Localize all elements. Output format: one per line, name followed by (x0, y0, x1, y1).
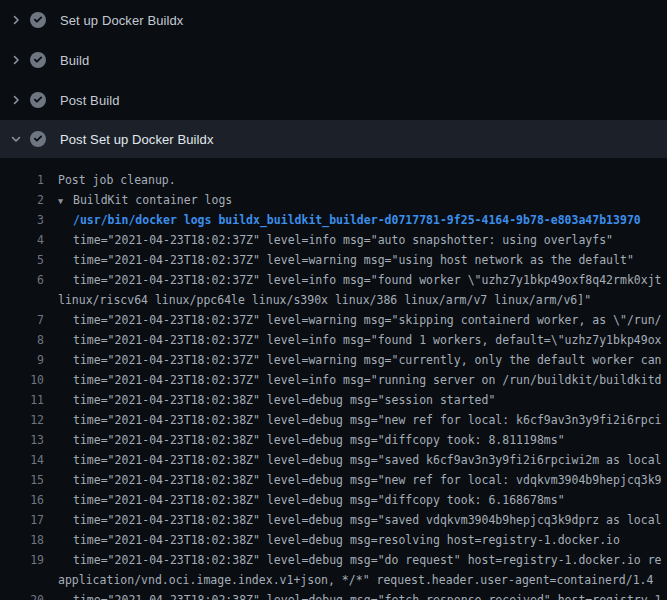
log-line: 1 Post job cleanup. (0, 170, 667, 190)
chevron-down-icon (10, 133, 22, 145)
log-line-number[interactable]: 19 (0, 550, 44, 570)
group-collapse-marker[interactable]: ▼ (58, 191, 73, 211)
log-line-text: time="2021-04-23T18:02:38Z" level=debug … (73, 590, 662, 600)
log-line-number[interactable]: 16 (0, 490, 44, 510)
log-line-number[interactable] (0, 290, 44, 310)
log-line-number[interactable]: 8 (0, 330, 44, 350)
step-title: Set up Docker Buildx (60, 13, 183, 28)
check-circle-icon (30, 92, 46, 108)
log-line: 15 time="2021-04-23T18:02:38Z" level=deb… (0, 470, 667, 490)
log-line: linux/riscv64 linux/ppc64le linux/s390x … (0, 290, 667, 310)
log-line: 14 time="2021-04-23T18:02:38Z" level=deb… (0, 450, 667, 470)
log-line: 11 time="2021-04-23T18:02:38Z" level=deb… (0, 390, 667, 410)
log-line: 16 time="2021-04-23T18:02:38Z" level=deb… (0, 490, 667, 510)
check-circle-icon (30, 131, 46, 147)
log-line-text: time="2021-04-23T18:02:38Z" level=debug … (73, 410, 662, 430)
log-line: 7 time="2021-04-23T18:02:37Z" level=warn… (0, 310, 667, 330)
log-line: 3 /usr/bin/docker logs buildx_buildkit_b… (0, 210, 667, 230)
log-line-number[interactable]: 3 (0, 210, 44, 230)
log-viewer: 1 Post job cleanup. 2 ▼BuildKit containe… (0, 158, 667, 600)
log-line-number[interactable]: 13 (0, 430, 44, 450)
log-line-text: time="2021-04-23T18:02:38Z" level=debug … (73, 450, 662, 470)
log-line-text: time="2021-04-23T18:02:37Z" level=info m… (73, 370, 662, 390)
log-line-number[interactable]: 5 (0, 250, 44, 270)
log-line: 18 time="2021-04-23T18:02:38Z" level=deb… (0, 530, 667, 550)
log-line-text: time="2021-04-23T18:02:38Z" level=debug … (73, 390, 495, 410)
log-line: 12 time="2021-04-23T18:02:38Z" level=deb… (0, 410, 667, 430)
log-line-text: time="2021-04-23T18:02:38Z" level=debug … (73, 430, 565, 450)
log-line-number[interactable]: 6 (0, 270, 44, 290)
log-line: 4 time="2021-04-23T18:02:37Z" level=info… (0, 230, 667, 250)
log-line-text: ▼BuildKit container logs (58, 190, 232, 210)
log-line-number[interactable]: 11 (0, 390, 44, 410)
log-line-number[interactable]: 17 (0, 510, 44, 530)
step-title: Build (60, 53, 89, 68)
step-header-build[interactable]: Build (0, 40, 667, 80)
log-line: 10 time="2021-04-23T18:02:37Z" level=inf… (0, 370, 667, 390)
log-line: 13 time="2021-04-23T18:02:38Z" level=deb… (0, 430, 667, 450)
log-line: 19 time="2021-04-23T18:02:38Z" level=deb… (0, 550, 667, 570)
chevron-right-icon (10, 54, 22, 66)
log-line: 17 time="2021-04-23T18:02:38Z" level=deb… (0, 510, 667, 530)
step-title: Post Build (60, 93, 120, 108)
log-line-text: application/vnd.oci.image.index.v1+json,… (58, 570, 653, 590)
log-line-number[interactable]: 15 (0, 470, 44, 490)
log-line-text: time="2021-04-23T18:02:38Z" level=debug … (73, 490, 565, 510)
log-line: 5 time="2021-04-23T18:02:37Z" level=warn… (0, 250, 667, 270)
log-line: 6 time="2021-04-23T18:02:37Z" level=info… (0, 270, 667, 290)
chevron-right-icon (10, 14, 22, 26)
log-line: 9 time="2021-04-23T18:02:37Z" level=warn… (0, 350, 667, 370)
log-line-text: linux/riscv64 linux/ppc64le linux/s390x … (58, 290, 591, 310)
log-line-text: time="2021-04-23T18:02:37Z" level=warnin… (73, 310, 662, 330)
chevron-right-icon (10, 94, 22, 106)
log-line-text: time="2021-04-23T18:02:37Z" level=warnin… (73, 250, 634, 270)
check-circle-icon (30, 52, 46, 68)
step-title: Post Set up Docker Buildx (60, 132, 214, 147)
log-line-number[interactable]: 10 (0, 370, 44, 390)
log-line-text: time="2021-04-23T18:02:38Z" level=debug … (73, 550, 662, 570)
step-header-set-up-docker-buildx[interactable]: Set up Docker Buildx (0, 0, 667, 40)
log-line-number[interactable]: 14 (0, 450, 44, 470)
log-line-text: time="2021-04-23T18:02:38Z" level=debug … (73, 530, 620, 550)
check-circle-icon (30, 12, 46, 28)
log-line: 2 ▼BuildKit container logs (0, 190, 667, 210)
log-line: 8 time="2021-04-23T18:02:37Z" level=info… (0, 330, 667, 350)
log-line: application/vnd.oci.image.index.v1+json,… (0, 570, 667, 590)
log-line-text: time="2021-04-23T18:02:37Z" level=info m… (73, 330, 662, 350)
steps-list: Set up Docker Buildx Build Post Build Po… (0, 0, 667, 158)
log-line-number[interactable]: 2 (0, 190, 44, 210)
log-line: 20 time="2021-04-23T18:02:38Z" level=deb… (0, 590, 667, 600)
log-line-number[interactable]: 20 (0, 590, 44, 600)
log-line-number[interactable]: 9 (0, 350, 44, 370)
log-line-number[interactable]: 4 (0, 230, 44, 250)
log-line-text: Post job cleanup. (58, 170, 176, 190)
log-line-text: /usr/bin/docker logs buildx_buildkit_bui… (73, 210, 641, 230)
log-line-number[interactable] (0, 570, 44, 590)
log-line-number[interactable]: 7 (0, 310, 44, 330)
log-line-text: time="2021-04-23T18:02:38Z" level=debug … (73, 470, 662, 490)
log-line-number[interactable]: 1 (0, 170, 44, 190)
log-line-text: time="2021-04-23T18:02:37Z" level=warnin… (73, 350, 662, 370)
step-header-post-build[interactable]: Post Build (0, 80, 667, 120)
log-line-number[interactable]: 18 (0, 530, 44, 550)
log-line-text: time="2021-04-23T18:02:37Z" level=info m… (73, 270, 662, 290)
step-header-post-set-up-docker-buildx[interactable]: Post Set up Docker Buildx (0, 120, 667, 158)
log-line-text: time="2021-04-23T18:02:38Z" level=debug … (73, 510, 662, 530)
log-line-number[interactable]: 12 (0, 410, 44, 430)
log-line-text: time="2021-04-23T18:02:37Z" level=info m… (73, 230, 613, 250)
